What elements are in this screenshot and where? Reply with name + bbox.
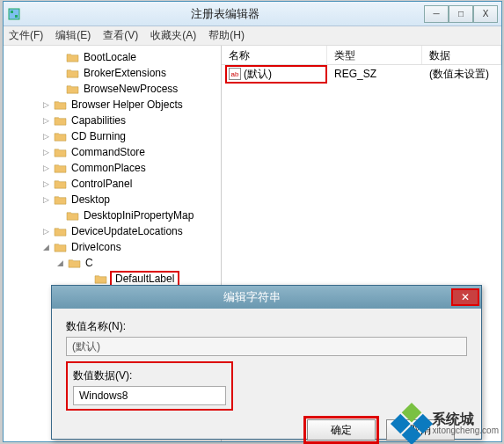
folder-icon xyxy=(54,99,67,111)
tree-label: C xyxy=(84,257,95,269)
tree-item-desktopinipropertymap[interactable]: DesktopIniPropertyMap xyxy=(4,207,221,223)
tree-item-deviceupdatelocations[interactable]: ▷DeviceUpdateLocations xyxy=(4,223,221,239)
expand-icon[interactable]: ▷ xyxy=(40,164,51,172)
dialog-close-button[interactable]: ✕ xyxy=(451,288,479,306)
close-button[interactable]: X xyxy=(473,5,498,23)
value-data: (数值未设置) xyxy=(422,67,501,82)
col-name[interactable]: 名称 xyxy=(222,46,327,64)
folder-icon xyxy=(66,84,79,95)
expand-icon[interactable]: ▷ xyxy=(40,116,51,125)
dialog-titlebar: 编辑字符串 ✕ xyxy=(52,286,481,309)
menu-favorites[interactable]: 收藏夹(A) xyxy=(150,28,196,43)
watermark-url: xitongcheng.com xyxy=(432,426,499,435)
tree-item-bootlocale[interactable]: BootLocale xyxy=(4,49,221,65)
tree-label: Browser Helper Objects xyxy=(69,98,185,111)
svg-rect-0 xyxy=(9,9,19,19)
folder-icon xyxy=(66,210,79,222)
tree-item-driveicons[interactable]: ◢DriveIcons xyxy=(4,239,221,255)
tree-label: DesktopIniPropertyMap xyxy=(82,209,195,222)
regedit-icon xyxy=(7,7,21,21)
folder-icon xyxy=(66,68,79,79)
expand-icon[interactable]: ▷ xyxy=(40,132,51,141)
value-data-group: 数值数据(V): xyxy=(66,361,233,411)
string-value-icon: ab xyxy=(229,68,241,80)
expand-icon[interactable]: ▷ xyxy=(40,179,51,188)
folder-icon xyxy=(54,226,67,237)
value-name-label: 数值名称(N): xyxy=(66,319,467,334)
col-type[interactable]: 类型 xyxy=(327,46,422,64)
expand-icon[interactable]: ◢ xyxy=(40,243,51,251)
window-controls: ─ □ X xyxy=(424,5,498,23)
tree-label: ControlPanel xyxy=(69,178,134,190)
svg-rect-1 xyxy=(11,11,13,13)
folder-icon xyxy=(94,273,107,285)
folder-icon xyxy=(54,147,67,158)
menu-help[interactable]: 帮助(H) xyxy=(208,28,245,43)
folder-icon xyxy=(68,258,81,269)
tree-label: CommandStore xyxy=(69,146,147,158)
minimize-button[interactable]: ─ xyxy=(424,5,449,23)
menu-file[interactable]: 文件(F) xyxy=(9,28,43,43)
tree-item-cd-burning[interactable]: ▷CD Burning xyxy=(4,128,221,144)
value-data-label: 数值数据(V): xyxy=(73,368,226,383)
tree-label: DriveIcons xyxy=(69,241,123,253)
expand-icon[interactable]: ◢ xyxy=(55,258,65,267)
menubar: 文件(F) 编辑(E) 查看(V) 收藏夹(A) 帮助(H) xyxy=(4,26,501,46)
expand-icon[interactable]: ▷ xyxy=(40,148,51,156)
col-data[interactable]: 数据 xyxy=(422,46,501,64)
tree-label: CommonPlaces xyxy=(69,162,148,174)
value-type: REG_SZ xyxy=(327,68,422,80)
value-data-input[interactable] xyxy=(73,386,226,405)
titlebar: 注册表编辑器 ─ □ X xyxy=(4,2,501,26)
folder-icon xyxy=(54,131,67,142)
folder-icon xyxy=(54,242,67,253)
value-name-cell[interactable]: ab (默认) xyxy=(225,65,327,84)
dialog-title: 编辑字符串 xyxy=(52,289,451,305)
watermark-text: 系统城 xitongcheng.com xyxy=(432,412,499,435)
tree-item-c[interactable]: ◢C xyxy=(4,255,221,271)
tree-item-brokerextensions[interactable]: BrokerExtensions xyxy=(4,65,221,81)
tree-label: BootLocale xyxy=(82,51,138,63)
tree-label: BrowseNewProcess xyxy=(82,83,179,95)
watermark: 系统城 xitongcheng.com xyxy=(397,409,499,439)
tree-item-browser-helper-objects[interactable]: ▷Browser Helper Objects xyxy=(4,97,221,113)
maximize-button[interactable]: □ xyxy=(449,5,473,23)
tree-item-browsenewprocess[interactable]: BrowseNewProcess xyxy=(4,81,221,97)
tree-item-capabilities[interactable]: ▷Capabilities xyxy=(4,113,221,128)
expand-icon[interactable]: ▷ xyxy=(40,195,51,204)
folder-icon xyxy=(66,52,79,63)
list-header: 名称 类型 数据 xyxy=(222,46,501,65)
list-row[interactable]: ab (默认) REG_SZ (数值未设置) xyxy=(222,65,501,83)
tree-label: Capabilities xyxy=(69,114,128,127)
folder-icon xyxy=(54,194,67,206)
menu-edit[interactable]: 编辑(E) xyxy=(55,28,91,43)
folder-icon xyxy=(54,163,67,174)
expand-icon[interactable]: ▷ xyxy=(40,227,51,236)
watermark-brand: 系统城 xyxy=(432,412,499,426)
watermark-logo-icon xyxy=(391,403,433,444)
value-name: (默认) xyxy=(244,67,272,82)
value-name-input[interactable] xyxy=(66,337,467,356)
tree-item-controlpanel[interactable]: ▷ControlPanel xyxy=(4,176,221,192)
folder-icon xyxy=(54,178,67,190)
tree-label: BrokerExtensions xyxy=(82,67,168,79)
folder-icon xyxy=(54,115,67,127)
tree-item-commandstore[interactable]: ▷CommandStore xyxy=(4,144,221,160)
expand-icon[interactable]: ▷ xyxy=(40,100,51,109)
tree-item-desktop[interactable]: ▷Desktop xyxy=(4,192,221,207)
svg-rect-2 xyxy=(15,15,18,18)
tree-item-commonplaces[interactable]: ▷CommonPlaces xyxy=(4,160,221,176)
menu-view[interactable]: 查看(V) xyxy=(103,28,138,43)
tree-label: DeviceUpdateLocations xyxy=(69,225,185,237)
tree-label: Desktop xyxy=(69,193,112,206)
window-title: 注册表编辑器 xyxy=(26,6,424,22)
ok-button[interactable]: 确定 xyxy=(307,419,376,440)
tree-label: CD Burning xyxy=(69,130,128,142)
